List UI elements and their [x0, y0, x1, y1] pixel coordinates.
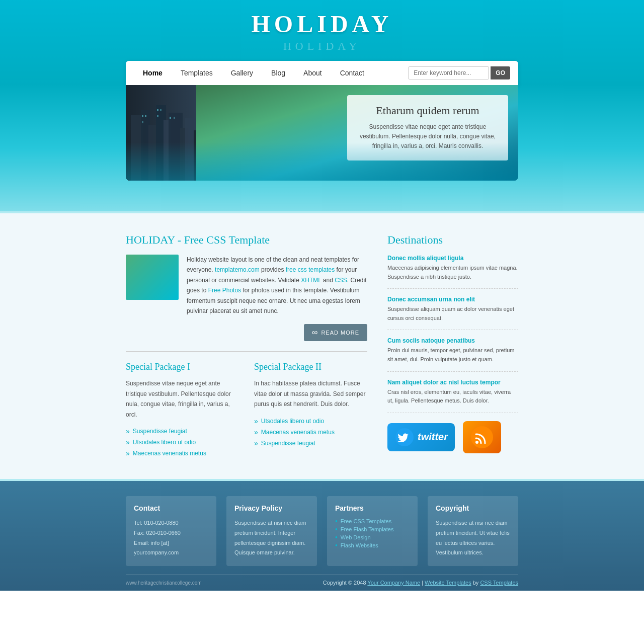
pkg1-link-2[interactable]: Utsodales libero ut odio	[133, 439, 196, 446]
list-item: Suspendisse feugiat	[254, 438, 367, 449]
nav-templates[interactable]: Templates	[172, 62, 222, 84]
destinations-title: Destinations	[387, 233, 518, 247]
list-item: Utsodales libero ut odio	[126, 437, 239, 448]
pkg2-link-1[interactable]: Utsodales libero ut odio	[261, 418, 324, 425]
footer-privacy: Privacy Policy Suspendisse at nisi nec d…	[226, 496, 317, 566]
svg-rect-16	[170, 117, 171, 119]
dest-item-1: Donec mollis aliquet ligula Maecenas adi…	[387, 255, 518, 289]
footer-copyright-title: Copyright	[436, 504, 510, 512]
list-item: Utsodales libero ut odio	[254, 416, 367, 427]
pkg1-list: Suspendisse feugiat Utsodales libero ut …	[126, 426, 239, 459]
article-row: Holiday website layout is one of the cle…	[126, 255, 367, 316]
hero-wrapper: Etharum quidem rerum Suspendisse vitae n…	[126, 85, 518, 181]
dest-title-3[interactable]: Cum sociis natoque penatibus	[387, 337, 518, 344]
list-item: Suspendisse feugiat	[126, 426, 239, 437]
search-input[interactable]	[408, 66, 489, 79]
main-section-title: HOLIDAY - Free CSS Template	[126, 233, 367, 247]
xhtml-link[interactable]: XHTML	[301, 277, 321, 284]
dest-text-3: Proin dui mauris, tempor eget, pulvinar …	[387, 346, 518, 364]
footer-bottom-right: Copyright © 2048 Your Company Name | Web…	[323, 580, 518, 586]
copyright-text: Copyright © 2048	[323, 580, 366, 586]
main-content: HOLIDAY - Free CSS Template Holiday webs…	[0, 211, 644, 481]
pkg2-link-2[interactable]: Maecenas venenatis metus	[261, 429, 335, 436]
footer-contact: Contact Tel: 010-020-0880 Fax: 020-010-0…	[126, 496, 216, 566]
package-2: Special Package II In hac habitasse plat…	[254, 362, 367, 459]
footer-partners-list: Free CSS Templates Free Flash Templates …	[335, 518, 410, 548]
contact-email: Email: info [at] yourcompany.com	[134, 538, 208, 558]
main-right: Destinations Donec mollis aliquet ligula…	[387, 233, 518, 459]
article-image	[126, 255, 179, 300]
footer-copyright-text: Suspendisse at nisi nec diam pretium tin…	[436, 518, 510, 558]
contact-tel: Tel: 010-020-0880	[134, 518, 208, 528]
article-mid3: and	[321, 277, 335, 284]
website-templates-link[interactable]: Website Templates	[425, 580, 471, 586]
list-item: Web Design	[335, 534, 410, 540]
free-css-link[interactable]: free css templates	[286, 266, 335, 273]
list-item: Free Flash Templates	[335, 526, 410, 532]
partner-link-3[interactable]: Web Design	[341, 534, 371, 540]
package-1: Special Package I Suspendisse vitae nequ…	[126, 362, 239, 459]
read-more-btn[interactable]: READ MORE	[126, 324, 367, 341]
hero-title: Etharum quidem rerum	[357, 104, 498, 117]
rss-icon	[470, 425, 494, 449]
css-link[interactable]: CSS	[335, 277, 347, 284]
footer-copyright: Copyright Suspendisse at nisi nec diam p…	[428, 496, 518, 566]
dest-item-3: Cum sociis natoque penatibus Proin dui m…	[387, 337, 518, 371]
dest-text-2: Suspendisse aliquam quam ac dolor venena…	[387, 305, 518, 323]
nav-blog[interactable]: Blog	[262, 62, 294, 84]
contact-fax: Fax: 020-010-0660	[134, 528, 208, 538]
svg-rect-10	[142, 115, 143, 117]
partner-link-2[interactable]: Free Flash Templates	[341, 526, 394, 532]
svg-rect-15	[157, 115, 158, 117]
css-templates-link[interactable]: CSS Templates	[480, 580, 518, 586]
twitter-bird-icon	[394, 427, 415, 447]
nav-links: Home Templates Gallery Blog About Contac…	[134, 62, 408, 84]
nav-gallery[interactable]: Gallery	[222, 62, 262, 84]
search-button[interactable]: GO	[491, 66, 510, 79]
header-bg: HOLIDAY HOLIDAY Home Templates Gallery B…	[0, 0, 644, 211]
pkg2-link-3[interactable]: Suspendisse feugiat	[261, 440, 315, 447]
partner-link-1[interactable]: Free CSS Templates	[341, 518, 391, 524]
free-photos-link[interactable]: Free Photos	[208, 287, 241, 294]
svg-rect-2	[141, 110, 150, 181]
hero-image: Etharum quidem rerum Suspendisse vitae n…	[126, 85, 518, 181]
dest-item-4: Nam aliquet dolor ac nisl luctus tempor …	[387, 379, 518, 413]
svg-rect-17	[174, 117, 175, 119]
svg-point-19	[471, 426, 493, 448]
dest-title-1[interactable]: Donec mollis aliquet ligula	[387, 255, 518, 262]
footer-contact-text: Tel: 010-020-0880 Fax: 020-010-0660 Emai…	[134, 518, 208, 558]
partner-link-4[interactable]: Flash Websites	[341, 542, 378, 548]
nav-about[interactable]: About	[294, 62, 331, 84]
nav-home[interactable]: Home	[134, 62, 172, 84]
pkg1-title: Special Package I	[126, 362, 239, 372]
templatemo-link[interactable]: templatemo.com	[215, 266, 260, 273]
footer-privacy-title: Privacy Policy	[234, 504, 309, 512]
footer-bottom: www.heritagechristiancollege.com Copyrig…	[126, 574, 518, 586]
footer-domain: www.heritagechristiancollege.com	[126, 580, 202, 586]
svg-rect-6	[169, 113, 183, 181]
social-row: twitter	[387, 421, 518, 453]
dest-item-2: Donec accumsan urna non elit Suspendisse…	[387, 296, 518, 330]
svg-rect-13	[157, 109, 158, 111]
dest-title-2[interactable]: Donec accumsan urna non elit	[387, 296, 518, 303]
rss-badge[interactable]	[463, 421, 501, 453]
list-item: Maecenas venenatis metus	[254, 427, 367, 438]
article-mid: provides	[260, 266, 286, 273]
nav-search: GO	[408, 66, 510, 79]
svg-rect-14	[160, 109, 162, 111]
hero-desc: Suspendisse vitae neque eget ante tristi…	[357, 122, 498, 151]
packages-row: Special Package I Suspendisse vitae nequ…	[126, 362, 367, 459]
read-more-button[interactable]: READ MORE	[304, 324, 367, 341]
company-link[interactable]: Your Company Name	[367, 580, 420, 586]
pkg1-text: Suspendisse vitae neque eget ante tristi…	[126, 378, 239, 420]
dest-text-4: Cras nisl eros, elementum eu, iaculis vi…	[387, 388, 518, 406]
dest-text-1: Maecenas adipiscing elementum ipsum vita…	[387, 264, 518, 281]
twitter-badge[interactable]: twitter	[387, 423, 455, 451]
nav-contact[interactable]: Contact	[331, 62, 373, 84]
pkg1-link-3[interactable]: Maecenas venenatis metus	[133, 450, 206, 457]
footer-partners: Partners Free CSS Templates Free Flash T…	[327, 496, 418, 566]
pkg1-link-1[interactable]: Suspendisse feugiat	[133, 428, 187, 435]
dest-title-4[interactable]: Nam aliquet dolor ac nisl luctus tempor	[387, 379, 518, 386]
svg-rect-8	[185, 118, 196, 181]
article-text: Holiday website layout is one of the cle…	[187, 255, 367, 316]
